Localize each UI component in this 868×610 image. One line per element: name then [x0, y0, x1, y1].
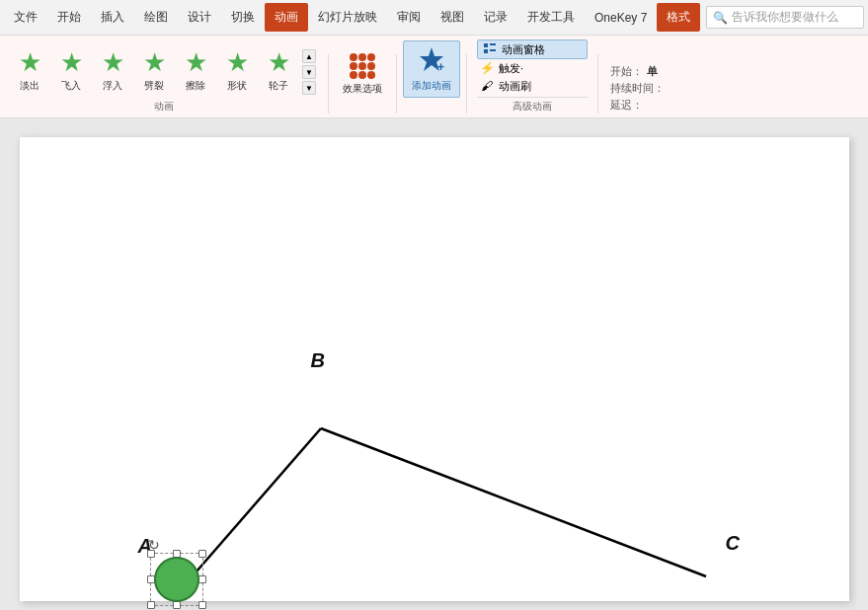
svg-text:+: +: [437, 60, 444, 73]
handle-tr[interactable]: [198, 550, 206, 558]
menu-transition[interactable]: 切换: [221, 3, 265, 32]
menu-onekey[interactable]: OneKey 7: [585, 5, 657, 31]
handle-br[interactable]: [198, 601, 206, 609]
animation-pane-btn[interactable]: 动画窗格: [477, 39, 588, 59]
menu-file[interactable]: 文件: [4, 3, 47, 32]
menu-bar: 文件 开始 插入 绘图 设计 切换 动画 幻灯片放映 审阅 视图 记录 开发工具…: [0, 0, 868, 36]
search-placeholder: 告诉我你想要做什么: [732, 9, 838, 26]
wheel-icon: ★: [263, 46, 294, 78]
trigger-btn[interactable]: ⚡ 触发·: [477, 59, 588, 77]
shape-icon: ★: [221, 46, 253, 78]
ribbon: ★ 淡出 ★ 飞入 ★ 浮入 ★ 劈裂 ★ 擦除: [0, 36, 868, 118]
sep-2: [396, 54, 397, 114]
fadeout-label: 淡出: [20, 79, 39, 93]
menu-insert[interactable]: 插入: [91, 3, 134, 32]
shape-label: 形状: [227, 79, 247, 93]
floatin-icon: ★: [97, 46, 128, 78]
animation-pane-label: 动画窗格: [502, 42, 545, 57]
timing-start-value: 单: [647, 64, 658, 79]
menu-record[interactable]: 记录: [474, 3, 517, 32]
sep-1: [328, 54, 329, 114]
anim-fadeout-btn[interactable]: ★ 淡出: [10, 44, 49, 95]
rotate-handle[interactable]: ↻: [148, 537, 160, 549]
animation-scroll-arrows: ▲ ▼ ▼: [302, 49, 316, 95]
split-icon: ★: [138, 46, 170, 78]
timing-start-label: 开始：: [610, 64, 643, 79]
svg-rect-3: [490, 43, 496, 45]
handle-bc[interactable]: [173, 601, 181, 609]
add-animation-label: 添加动画: [412, 79, 451, 93]
menu-devtools[interactable]: 开发工具: [517, 3, 585, 32]
fadeout-icon: ★: [14, 46, 45, 78]
menu-design[interactable]: 设计: [178, 3, 221, 32]
anim-wheel-btn[interactable]: ★ 轮子: [259, 44, 298, 95]
menu-draw[interactable]: 绘图: [134, 3, 178, 32]
anim-floatin-btn[interactable]: ★ 浮入: [93, 44, 132, 95]
timing-duration-label: 持续时间：: [610, 81, 665, 96]
sep-4: [597, 54, 598, 114]
flyin-icon: ★: [55, 46, 87, 78]
scroll-mid-btn[interactable]: ▼: [302, 65, 316, 79]
svg-rect-5: [490, 49, 496, 51]
split-label: 劈裂: [144, 79, 164, 93]
trigger-icon: ⚡: [479, 60, 495, 76]
slide-svg: [20, 137, 849, 601]
slide-canvas[interactable]: B A C ↻: [20, 137, 849, 601]
effect-options-icon: [347, 50, 378, 82]
handle-mr[interactable]: [198, 575, 206, 583]
wipe-icon: ★: [180, 46, 211, 78]
menu-review[interactable]: 审阅: [387, 3, 431, 32]
svg-line-7: [321, 428, 706, 576]
scroll-down-btn[interactable]: ▼: [302, 81, 316, 95]
menu-start[interactable]: 开始: [47, 3, 91, 32]
anim-shape-btn[interactable]: ★ 形状: [217, 44, 257, 95]
anim-wipe-btn[interactable]: ★ 擦除: [176, 44, 215, 95]
add-anim-group-label: [404, 100, 459, 114]
anim-brush-icon: 🖌: [479, 78, 495, 94]
timing-delay-label: 延迟：: [610, 98, 643, 113]
trigger-label: 触发·: [499, 61, 523, 76]
anim-brush-label: 动画刷: [499, 79, 531, 94]
anim-brush-btn[interactable]: 🖌 动画刷: [477, 77, 588, 95]
svg-line-6: [190, 428, 321, 579]
timing-group: 开始： 单 持续时间： 延迟：: [604, 63, 733, 114]
sep-3: [466, 54, 467, 114]
search-icon: 🔍: [713, 11, 728, 25]
svg-rect-4: [484, 49, 488, 53]
flyin-label: 飞入: [61, 79, 81, 93]
add-animation-btn[interactable]: + 添加动画: [403, 40, 460, 98]
timing-delay-row: 延迟：: [608, 97, 729, 114]
floatin-label: 浮入: [103, 79, 122, 93]
timing-start-row: 开始： 单: [608, 63, 729, 80]
green-circle[interactable]: [154, 557, 199, 602]
menu-view[interactable]: 视图: [431, 3, 474, 32]
handle-bl[interactable]: [147, 601, 155, 609]
wipe-label: 擦除: [186, 79, 205, 93]
menu-format[interactable]: 格式: [657, 3, 700, 32]
label-c: C: [726, 532, 740, 555]
menu-slideshow[interactable]: 幻灯片放映: [308, 3, 387, 32]
wheel-label: 轮子: [269, 79, 288, 93]
effect-options-btn[interactable]: 效果选项: [337, 48, 388, 98]
svg-rect-2: [484, 43, 488, 47]
effect-options-label: 效果选项: [343, 82, 382, 96]
animation-pane-icon: [482, 41, 498, 57]
effect-group-label: [335, 100, 390, 114]
anim-flyin-btn[interactable]: ★ 飞入: [51, 44, 91, 95]
anim-split-btn[interactable]: ★ 劈裂: [134, 44, 174, 95]
advanced-animation-group: 动画窗格 ⚡ 触发· 🖌 动画刷 高级动画: [473, 39, 592, 114]
timing-duration-row: 持续时间：: [608, 80, 729, 97]
add-animation-icon: +: [418, 45, 445, 79]
menu-animation[interactable]: 动画: [265, 3, 308, 32]
scroll-up-btn[interactable]: ▲: [302, 49, 316, 63]
advanced-group-label: 高级动画: [477, 97, 588, 114]
search-bar[interactable]: 🔍 告诉我你想要做什么: [706, 6, 864, 29]
label-b: B: [311, 349, 325, 372]
animation-group-label: 动画: [6, 97, 322, 114]
canvas-area: B A C ↻: [0, 118, 868, 610]
